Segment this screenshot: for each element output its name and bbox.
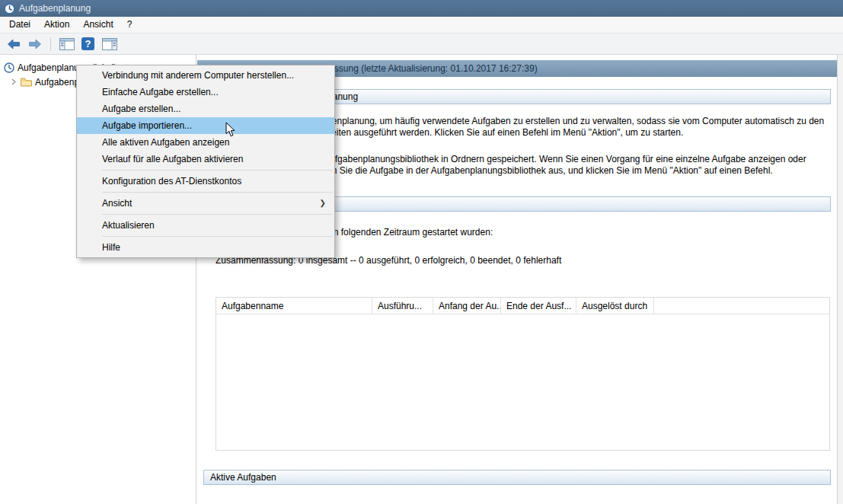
help-button[interactable]: ? bbox=[78, 35, 97, 53]
show-hide-console-tree-button[interactable] bbox=[57, 35, 76, 53]
task-status-table: Aufgabenname Ausführu... Anfang der Au..… bbox=[216, 297, 830, 451]
context-menu-separator bbox=[102, 236, 333, 237]
app-clock-icon[interactable] bbox=[4, 3, 15, 14]
context-menu-item-at-service-account-configuration[interactable]: Konfiguration des AT-Dienstkontos bbox=[77, 173, 334, 190]
help-icon: ? bbox=[81, 37, 94, 50]
forward-icon bbox=[28, 39, 42, 49]
title-bar[interactable]: Aufgabenplanung bbox=[0, 0, 843, 17]
menu-datei[interactable]: Datei bbox=[2, 17, 37, 33]
context-menu-item-enable-all-tasks-history[interactable]: Verlauf für alle Aufgaben aktivieren bbox=[77, 151, 334, 167]
menu-aktion[interactable]: Aktion bbox=[37, 17, 76, 33]
back-icon bbox=[7, 39, 21, 49]
column-header-run-result[interactable]: Ausführu... bbox=[372, 298, 433, 314]
folder-icon bbox=[21, 78, 32, 87]
column-header-triggered-by[interactable]: Ausgelöst durch bbox=[576, 298, 654, 314]
chevron-right-icon[interactable] bbox=[10, 78, 18, 85]
context-menu-separator bbox=[102, 192, 333, 193]
forward-button[interactable] bbox=[25, 35, 44, 53]
context-menu-item-view[interactable]: Ansicht ❯ bbox=[77, 195, 334, 212]
column-header-filler bbox=[654, 298, 829, 314]
show-hide-action-pane-button[interactable] bbox=[100, 35, 119, 53]
context-menu-item-create-task[interactable]: Aufgabe erstellen... bbox=[77, 100, 334, 117]
context-menu-item-display-all-running-tasks[interactable]: Alle aktiven Aufgaben anzeigen bbox=[77, 134, 334, 151]
column-header-run-end[interactable]: Ende der Ausf... bbox=[501, 298, 576, 314]
context-menu-item-help[interactable]: Hilfe bbox=[77, 239, 334, 256]
context-menu-item-label: Ansicht bbox=[102, 198, 132, 209]
actions-pane-edge bbox=[837, 55, 843, 504]
context-menu-separator bbox=[102, 170, 333, 171]
table-header-row: Aufgabenname Ausführu... Anfang der Au..… bbox=[216, 298, 829, 314]
menu-hilfe[interactable]: ? bbox=[120, 17, 139, 33]
console-tree-icon bbox=[59, 38, 75, 50]
context-menu-item-connect-to-another-computer[interactable]: Verbindung mit anderem Computer herstell… bbox=[77, 67, 334, 84]
menu-ansicht[interactable]: Ansicht bbox=[76, 17, 120, 33]
context-menu-item-import-task[interactable]: Aufgabe importieren... bbox=[77, 117, 334, 134]
toolbar: ? bbox=[0, 33, 843, 55]
column-header-run-start[interactable]: Anfang der Au... bbox=[433, 298, 501, 314]
context-menu: Verbindung mit anderem Computer herstell… bbox=[76, 65, 335, 258]
context-menu-item-refresh[interactable]: Aktualisieren bbox=[77, 217, 334, 234]
action-pane-icon bbox=[102, 38, 117, 50]
menu-bar: Datei Aktion Ansicht ? bbox=[0, 17, 843, 33]
toolbar-separator bbox=[50, 37, 51, 51]
active-tasks-section-header: Aktive Aufgaben bbox=[203, 470, 831, 485]
context-menu-item-create-basic-task[interactable]: Einfache Aufgabe erstellen... bbox=[77, 84, 334, 100]
task-scheduler-window: Aufgabenplanung Datei Aktion Ansicht ? bbox=[0, 0, 843, 504]
column-header-task-name[interactable]: Aufgabenname bbox=[216, 298, 372, 314]
clock-icon bbox=[4, 62, 14, 73]
window-title: Aufgabenplanung bbox=[19, 3, 91, 14]
submenu-chevron-icon: ❯ bbox=[320, 195, 326, 212]
back-button[interactable] bbox=[4, 35, 23, 53]
context-menu-separator bbox=[102, 214, 333, 215]
